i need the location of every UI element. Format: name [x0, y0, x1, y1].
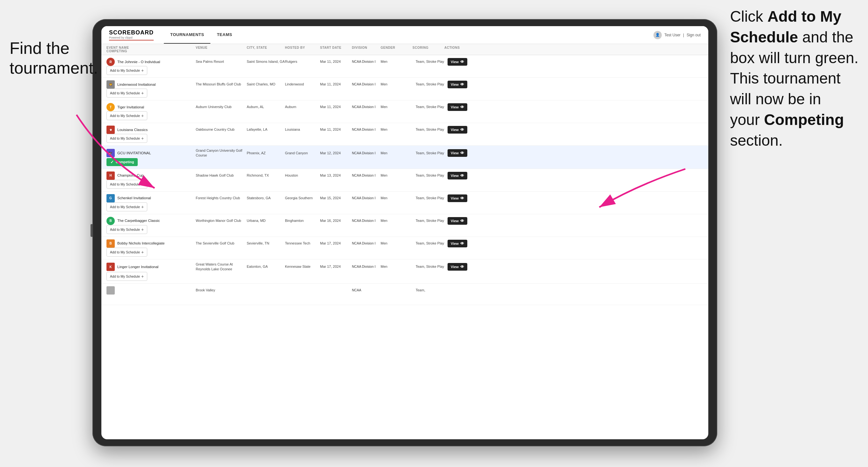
add-to-schedule-button[interactable]: Add to My Schedule + — [106, 134, 147, 143]
col-division: DIVISION — [352, 46, 381, 50]
venue-cell: Oakbourne Country Club — [196, 127, 247, 132]
venue-cell: Great Waters Course At Reynolds Lake Oco… — [196, 262, 247, 272]
col-actions: ACTIONS — [444, 46, 492, 50]
col-competing: COMPETING — [106, 50, 196, 53]
table-row: K Linger Longer Invitational Great Water… — [101, 259, 708, 284]
sign-out-link[interactable]: Sign out — [687, 33, 701, 37]
view-button[interactable]: View 👁 — [447, 263, 467, 271]
view-button[interactable]: View 👁 — [447, 81, 467, 88]
gender-cell: Men — [381, 264, 416, 269]
view-button[interactable]: View 👁 — [447, 217, 467, 225]
scoring-cell: Team, Stroke Play — [416, 127, 447, 132]
division-cell: NCAA Division I — [352, 264, 381, 269]
actions-cell: View 👁 — [447, 81, 502, 88]
city-state-cell: Auburn, AL — [247, 104, 285, 110]
col-scoring: SCORING — [412, 46, 444, 50]
gender-cell: Men — [381, 82, 416, 87]
venue-cell: Forest Heights Country Club — [196, 196, 247, 200]
competing-cell: Add to My Schedule + — [106, 203, 196, 211]
venue-cell: Worthington Manor Golf Club — [196, 218, 247, 223]
eye-icon: 👁 — [460, 264, 464, 269]
view-button[interactable]: View 👁 — [447, 240, 467, 247]
start-date-cell: Mar 13, 2024 — [320, 173, 352, 178]
gender-cell: Men — [381, 151, 416, 156]
view-button[interactable]: View 👁 — [447, 58, 467, 66]
plus-icon: + — [141, 68, 144, 73]
add-to-schedule-button[interactable]: Add to My Schedule + — [106, 180, 147, 189]
table-row: G Schenkel Invitational Forest Heights C… — [101, 192, 708, 214]
view-button[interactable]: View 👁 — [447, 103, 467, 111]
eye-icon: 👁 — [460, 241, 464, 246]
add-to-schedule-button[interactable]: Add to My Schedule + — [106, 225, 147, 234]
start-date-cell: Mar 11, 2024 — [320, 127, 352, 132]
hosted-by-cell: Houston — [285, 173, 320, 178]
scoring-cell: Team, — [416, 288, 447, 292]
plus-icon: + — [141, 113, 144, 118]
division-cell: NCAA Division I — [352, 196, 381, 200]
hosted-by-cell: Kennesaw State — [285, 264, 320, 269]
logo-area: SCOREBOARD Powered by clippd — [109, 30, 154, 40]
competing-cell: Add to My Schedule + — [106, 111, 196, 120]
user-name: Test User — [664, 33, 681, 37]
school-logo: K — [106, 263, 115, 271]
tab-teams[interactable]: TEAMS — [210, 26, 239, 44]
event-name: Lindenwood Invitational — [117, 82, 156, 87]
logo-text: SCOREBOARD — [109, 30, 154, 35]
eye-icon: 👁 — [460, 196, 464, 200]
table-row: Brook Valley NCAA Team, View Add to My S… — [101, 284, 708, 305]
add-to-schedule-button[interactable]: Add to My Schedule + — [106, 272, 147, 281]
gender-cell: Men — [381, 127, 416, 132]
city-state-cell: Phoenix, AZ — [247, 151, 285, 156]
view-button[interactable]: View 👁 — [447, 194, 467, 202]
add-to-schedule-button[interactable]: Add to My Schedule + — [106, 89, 147, 97]
venue-cell: The Sevierville Golf Club — [196, 241, 247, 246]
tablet-side-button — [91, 224, 92, 237]
eye-icon: 👁 — [460, 174, 464, 178]
actions-cell: View 👁 — [447, 240, 502, 247]
event-name: Linger Longer Invitational — [117, 264, 158, 269]
scoring-cell: Team, Stroke Play — [416, 82, 447, 87]
table-row: T Tiger Invitational Auburn University C… — [101, 100, 708, 123]
gender-cell: Men — [381, 173, 416, 178]
scoring-cell: Team, Stroke Play — [416, 151, 447, 156]
school-logo: B — [106, 240, 115, 248]
city-state-cell: Lafayette, LA — [247, 127, 285, 132]
add-to-schedule-button[interactable]: Add to My Schedule + — [106, 66, 147, 75]
col-start-date: START DATE — [320, 46, 352, 50]
event-name-cell: 🦁 Lindenwood Invitational — [106, 80, 196, 89]
actions-cell: View — [447, 287, 502, 294]
view-button[interactable]: View 👁 — [447, 149, 467, 157]
event-name-cell: K Linger Longer Invitational — [106, 263, 196, 271]
competing-cell: Add to My Schedule + — [106, 66, 196, 75]
tablet-screen: SCOREBOARD Powered by clippd TOURNAMENTS… — [101, 26, 708, 439]
competing-cell: Add to My Schedule + — [106, 272, 196, 281]
city-state-cell: Saint Charles, MO — [247, 82, 285, 87]
event-name: The Johnnie - O Individual — [117, 60, 160, 64]
scoring-cell: Team, Stroke Play — [416, 173, 447, 178]
start-date-cell: Mar 11, 2024 — [320, 82, 352, 87]
view-button[interactable]: View 👁 — [447, 172, 467, 180]
actions-cell: View 👁 — [447, 194, 502, 202]
school-logo: 🦅 — [106, 149, 115, 157]
hosted-by-cell: Lindenwood — [285, 82, 320, 87]
gender-cell: Men — [381, 59, 416, 64]
eye-icon: 👁 — [460, 60, 464, 64]
eye-icon: 👁 — [460, 219, 464, 223]
table-row: 🦁 Lindenwood Invitational The Missouri B… — [101, 78, 708, 100]
add-to-schedule-button[interactable]: Add to My Schedule + — [106, 248, 147, 257]
event-name: Tiger Invitational — [117, 105, 144, 110]
start-date-cell: Mar 12, 2024 — [320, 151, 352, 156]
add-to-schedule-button[interactable]: Add to My Schedule + — [106, 203, 147, 211]
division-cell: NCAA Division I — [352, 241, 381, 246]
event-name: GCU INVITATIONAL — [117, 151, 151, 156]
competing-cell: Add to My Schedule + — [106, 225, 196, 234]
tab-tournaments[interactable]: TOURNAMENTS — [164, 26, 210, 44]
competing-button[interactable]: ✓Competing — [106, 158, 138, 166]
division-cell: NCAA Division I — [352, 151, 381, 156]
view-button[interactable]: View 👁 — [447, 126, 467, 133]
col-city-state: CITY, STATE — [247, 46, 285, 50]
venue-cell: Sea Palms Resort — [196, 59, 247, 64]
add-to-schedule-button[interactable]: Add to My Schedule + — [106, 111, 147, 120]
city-state-cell: Statesboro, GA — [247, 196, 285, 200]
competing-cell: ✓Competing — [106, 158, 196, 166]
